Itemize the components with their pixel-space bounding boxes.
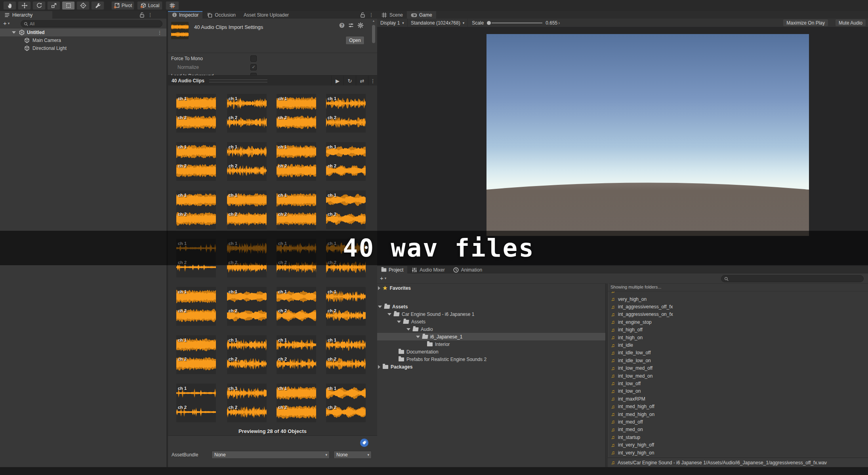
transform-tool-button[interactable] [76,1,90,10]
file-row[interactable]: ♫int_high_on [608,334,868,341]
audio-preview-cell[interactable]: ch 1ch 2 [277,335,316,374]
foldout-arrow-icon[interactable] [378,306,382,308]
tree-row-favorites[interactable]: ★Favorites [377,284,605,292]
file-row[interactable]: ♫int_idle_low_off [608,349,868,357]
local-toggle-button[interactable]: Local [137,1,162,10]
hierarchy-item[interactable]: Main Camera [0,36,166,44]
audio-preview-cell[interactable]: ch 1ch 2 [326,287,366,326]
foldout-arrow-icon[interactable] [12,31,16,34]
lock-icon[interactable] [360,12,365,18]
audio-preview-cell[interactable]: ch 1ch 2 [326,335,366,374]
tree-row-packages[interactable]: Packages [377,363,605,370]
file-row[interactable]: ♫int_med_high_on [608,410,868,418]
tree-row-audio[interactable]: Audio [377,325,605,333]
rect-tool-button[interactable] [62,1,75,10]
file-row[interactable]: ♫int_low_on [608,388,868,395]
audio-preview-cell[interactable]: ch 1ch 2 [227,384,267,422]
file-row[interactable]: ♫int_idle [608,341,868,349]
rotate-tool-button[interactable] [32,1,46,10]
scale-tool-button[interactable] [47,1,60,10]
maximize-on-play-button[interactable]: Maximize On Play [783,19,828,26]
file-row[interactable]: ♫int_very_high_off [608,441,868,448]
audio-preview-cell[interactable]: ch 1ch 2 [326,142,366,181]
project-create-button[interactable]: +▾ [380,275,386,281]
tab-animation[interactable]: Animation [449,266,486,274]
tree-row-car-engine-sound-i6-japanese-1[interactable]: Car Engine Sound - i6 Japanese 1 [377,310,605,318]
hierarchy-scene-row[interactable]: Untitled⋮ [0,28,166,36]
tree-row-i6-japanese-1[interactable]: i6_Japanese_1 [377,333,605,340]
tab-asset-store-uploader[interactable]: Asset Store Uploader [240,11,293,19]
file-row[interactable]: ♫int_maxRPM [608,395,868,403]
custom-tools-button[interactable] [91,1,104,10]
file-row[interactable]: ♫int_med_high_off [608,403,868,410]
hierarchy-search-input[interactable]: All [21,20,162,27]
foldout-arrow-icon[interactable] [416,336,420,338]
display-dropdown[interactable]: Display 1 ▾ [377,19,408,27]
file-row[interactable]: ♫int_med_on [608,426,868,433]
file-row[interactable]: ♫int_low_med_off [608,365,868,372]
audio-preview-cell[interactable]: ch 1ch 2 [176,94,216,133]
audio-preview-cell[interactable]: ch 1ch 2 [277,94,316,133]
audio-preview-cell[interactable]: ch 1ch 2 [176,190,216,229]
assetbundle-variant-dropdown[interactable]: None ▾ [334,451,372,459]
audio-preview-cell[interactable]: ch 1ch 2 [227,94,267,133]
inspector-menu-icon[interactable]: ⋮ [368,11,374,19]
tab-project[interactable]: Project [377,266,407,274]
file-row[interactable]: ♫int_idle_low_on [608,357,868,364]
audio-preview-cell[interactable]: ch 1ch 2 [277,384,316,422]
grid-snapping-button[interactable] [166,1,179,10]
asset-labels-button[interactable] [360,439,368,447]
audio-preview-cell[interactable]: ch 1ch 2 [326,384,366,422]
audio-preview-cell[interactable]: ch 1ch 2 [277,142,316,181]
presets-icon[interactable] [348,22,354,28]
project-search-input[interactable] [721,275,864,282]
play-button[interactable]: ▶ [331,76,343,86]
tree-row-prefabs-for-realistic-engine-sounds-2[interactable]: Prefabs for Realistic Engine Sounds 2 [377,355,605,363]
audio-preview-cell[interactable]: ch 1ch 2 [326,190,366,229]
audio-preview-cell[interactable]: ch 1ch 2 [176,287,216,326]
audio-preview-cell[interactable]: ch 1ch 2 [176,142,216,181]
file-row[interactable]: ♫int_low_med_on [608,372,868,380]
auto-play-icon[interactable]: ↻ [343,76,356,86]
file-row[interactable]: ♫int_aggressiveness_on_fx [608,311,868,318]
help-icon[interactable]: ? [339,23,345,28]
file-row[interactable]: ♫int_high_off [608,326,868,334]
foldout-arrow-icon[interactable] [387,313,391,315]
file-row[interactable]: ♫int_med_off [608,418,868,426]
foldout-arrow-icon[interactable] [406,328,410,331]
preview-menu-icon[interactable]: ⋮ [368,76,377,86]
lock-icon[interactable] [139,12,145,18]
tree-row-assets[interactable]: Assets [377,318,605,325]
clipped-file-row[interactable]: ♫ [608,291,868,295]
preview-drag-handle[interactable] [209,80,267,82]
checkbox[interactable]: ✓ [250,64,257,70]
hierarchy-create-button[interactable]: +▾ [3,20,10,27]
file-row[interactable]: ♫int_engine_stop [608,318,868,326]
hierarchy-menu-icon[interactable]: ⋮ [147,11,153,19]
file-row[interactable]: ♫int_very_high_on [608,449,868,456]
tab-scene[interactable]: Scene [377,11,407,19]
audio-preview-cell[interactable]: ch 1ch 2 [227,142,267,181]
move-tool-button[interactable] [18,1,31,10]
scale-slider-track[interactable] [492,23,542,23]
tab-game[interactable]: Game [407,11,436,19]
scene-menu-icon[interactable]: ⋮ [157,29,162,36]
tree-row-interior[interactable]: Interior [377,340,605,348]
file-row[interactable]: ♫int_startup [608,433,868,441]
scale-slider-handle[interactable] [487,21,491,25]
assetbundle-dropdown[interactable]: None ▾ [212,451,330,459]
foldout-arrow-icon[interactable] [378,365,380,369]
audio-preview-cell[interactable]: ch 1ch 2 [277,287,316,326]
checkbox[interactable] [250,55,257,62]
file-row[interactable]: ♫very_high_on [608,295,868,303]
tab-occlusion[interactable]: Occlusion [202,11,240,19]
resolution-dropdown[interactable]: Standalone (1024x768) ▾ [408,19,468,27]
loop-icon[interactable]: ⇄ [356,76,368,86]
audio-preview-cell[interactable]: ch 1ch 2 [176,384,216,422]
audio-preview-cell[interactable]: ch 1ch 2 [227,335,267,374]
tree-row-documentation[interactable]: Documentation [377,348,605,355]
file-row[interactable]: ♫int_low_off [608,380,868,387]
tab-audio-mixer[interactable]: Audio Mixer [407,266,448,274]
tab-inspector[interactable]: i Inspector [168,11,202,19]
foldout-arrow-icon[interactable] [378,286,380,290]
